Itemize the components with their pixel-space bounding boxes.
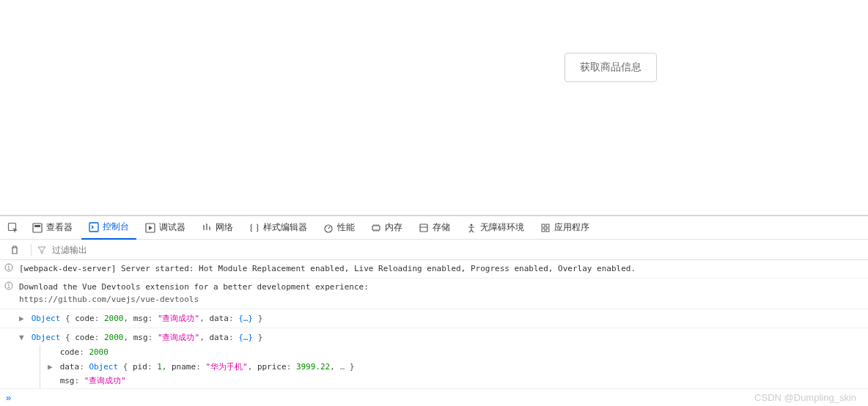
tab-label: 调试器 (159, 221, 185, 234)
tab-storage[interactable]: 存储 (411, 216, 457, 240)
tab-network[interactable]: 网络 (194, 216, 240, 240)
log-link[interactable]: https://github.com/vuejs/vue-devtools (19, 293, 864, 306)
log-entry-info: i [webpack-dev-server] Server started: H… (0, 260, 868, 278)
svg-rect-3 (89, 223, 98, 232)
svg-rect-12 (542, 229, 545, 232)
console-icon (89, 222, 99, 232)
memory-icon (371, 223, 381, 233)
tab-label: 查看器 (46, 221, 73, 234)
network-icon (202, 223, 212, 233)
log-text: Download the Vue Devtools extension for … (19, 281, 864, 294)
tab-memory[interactable]: 内存 (364, 216, 410, 240)
pick-element-icon[interactable] (3, 218, 23, 238)
style-icon (249, 223, 260, 233)
prompt-icon: » (6, 392, 11, 403)
watermark: CSDN @Dumpling_skin (754, 392, 856, 403)
object-property: msg: "查询成功" (48, 374, 864, 388)
console-output: i [webpack-dev-server] Server started: H… (0, 260, 868, 405)
clear-console-icon[interactable] (4, 240, 25, 260)
svg-rect-2 (34, 225, 40, 227)
accessibility-icon (466, 223, 477, 233)
svg-rect-13 (546, 229, 549, 232)
svg-rect-1 (33, 224, 42, 232)
disclosure-triangle[interactable]: ▼ (19, 331, 26, 344)
filter-icon (37, 246, 46, 254)
disclosure-triangle[interactable]: ▶ (48, 361, 55, 374)
filter-input[interactable] (52, 245, 199, 255)
svg-rect-11 (546, 224, 549, 227)
tab-label: 无障碍环境 (480, 221, 524, 234)
tab-style-editor[interactable]: 样式编辑器 (242, 216, 315, 240)
tab-label: 控制台 (103, 221, 129, 233)
tab-label: 性能 (337, 221, 355, 234)
tab-application[interactable]: 应用程序 (533, 216, 597, 240)
svg-text:i: i (7, 265, 11, 271)
tab-label: 内存 (385, 221, 402, 234)
object-label[interactable]: Object (32, 314, 61, 323)
debugger-icon (145, 223, 155, 233)
object-property: ▶ data: Object { pid: 1, pname: "华为手机", … (48, 360, 864, 374)
performance-icon (323, 223, 334, 233)
inspector-icon (32, 223, 43, 233)
fetch-product-button[interactable]: 获取商品信息 (564, 53, 657, 82)
devtools-panel: 查看器 控制台 调试器 网络 样式编辑器 性能 内存 存储 (0, 215, 868, 405)
log-entry-info: i Download the Vue Devtools extension fo… (0, 278, 868, 309)
svg-rect-10 (542, 224, 545, 227)
log-text: [webpack-dev-server] Server started: Hot… (19, 262, 864, 276)
tab-label: 存储 (433, 221, 450, 234)
info-icon: i (4, 281, 15, 290)
application-icon (540, 223, 551, 233)
console-filter-bar (0, 240, 868, 260)
tab-inspector[interactable]: 查看器 (25, 216, 80, 240)
tab-label: 应用程序 (554, 221, 589, 234)
tab-performance[interactable]: 性能 (316, 216, 362, 240)
disclosure-triangle[interactable]: ▶ (19, 312, 26, 325)
svg-text:i: i (7, 283, 11, 289)
tab-label: 样式编辑器 (263, 221, 307, 234)
info-icon: i (4, 263, 15, 272)
svg-point-9 (471, 224, 473, 226)
log-entry-object: ▶ Object { code: 2000, msg: "查询成功", data… (0, 309, 868, 329)
tab-accessibility[interactable]: 无障碍环境 (459, 216, 532, 240)
object-label[interactable]: Object (32, 333, 61, 342)
console-prompt-bar[interactable]: » (0, 388, 868, 406)
tab-console[interactable]: 控制台 (81, 216, 136, 240)
svg-rect-6 (372, 226, 380, 230)
svg-rect-7 (420, 224, 427, 232)
storage-icon (419, 223, 429, 233)
tab-label: 网络 (216, 221, 233, 234)
tab-debugger[interactable]: 调试器 (138, 216, 193, 240)
devtools-tabs: 查看器 控制台 调试器 网络 样式编辑器 性能 内存 存储 (0, 216, 868, 240)
object-property: code: 2000 (48, 345, 864, 360)
